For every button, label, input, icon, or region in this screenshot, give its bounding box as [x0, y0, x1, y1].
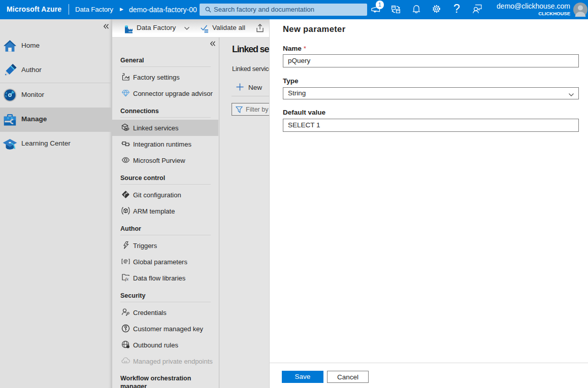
svg-text:fx: fx — [125, 276, 129, 281]
